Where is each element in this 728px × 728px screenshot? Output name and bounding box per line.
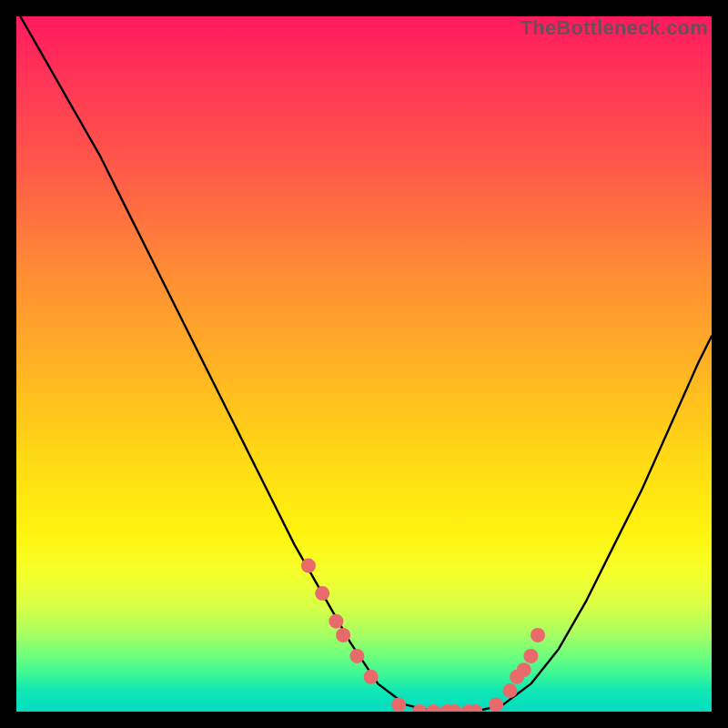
chart-frame: TheBottleneck.com — [0, 0, 728, 728]
data-point — [523, 649, 538, 663]
data-point — [349, 649, 364, 663]
data-point — [364, 670, 379, 684]
data-point — [426, 704, 440, 712]
chart-svg — [16, 16, 712, 712]
data-point — [329, 614, 343, 629]
data-point-markers — [301, 559, 545, 712]
data-point — [301, 559, 316, 573]
data-point — [412, 704, 427, 712]
data-point — [315, 586, 329, 601]
bottleneck-curve — [16, 16, 712, 712]
data-point — [391, 697, 406, 712]
data-point — [517, 662, 531, 677]
data-point — [489, 697, 503, 712]
data-point — [502, 683, 517, 698]
plot-area: TheBottleneck.com — [16, 16, 712, 712]
data-point — [336, 628, 350, 642]
data-point — [531, 628, 545, 642]
